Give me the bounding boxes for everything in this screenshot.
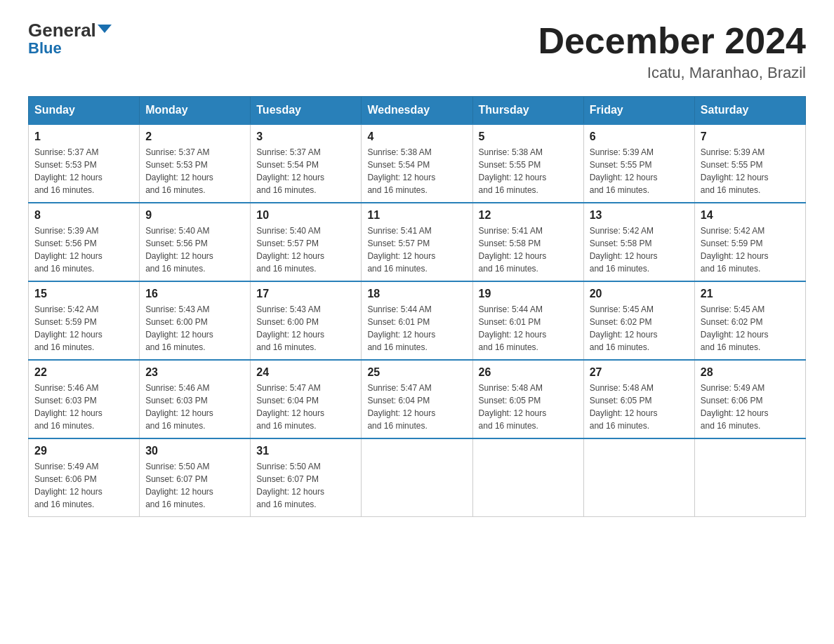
calendar-day-cell: 8Sunrise: 5:39 AM Sunset: 5:56 PM Daylig… bbox=[29, 203, 140, 281]
logo-arrow-icon bbox=[98, 25, 112, 33]
calendar-week-row: 22Sunrise: 5:46 AM Sunset: 6:03 PM Dayli… bbox=[29, 360, 806, 438]
day-number: 22 bbox=[34, 366, 133, 379]
logo-blue: Blue bbox=[28, 39, 62, 58]
location-subtitle: Icatu, Maranhao, Brazil bbox=[538, 64, 806, 82]
day-info: Sunrise: 5:37 AM Sunset: 5:53 PM Dayligh… bbox=[145, 146, 244, 196]
day-info: Sunrise: 5:39 AM Sunset: 5:55 PM Dayligh… bbox=[701, 146, 800, 196]
weekday-header-row: SundayMondayTuesdayWednesdayThursdayFrid… bbox=[29, 97, 806, 125]
day-info: Sunrise: 5:45 AM Sunset: 6:02 PM Dayligh… bbox=[590, 303, 689, 354]
title-area: December 2024 Icatu, Maranhao, Brazil bbox=[538, 21, 806, 82]
calendar-day-cell: 1Sunrise: 5:37 AM Sunset: 5:53 PM Daylig… bbox=[29, 124, 140, 203]
day-number: 13 bbox=[590, 209, 689, 222]
day-info: Sunrise: 5:49 AM Sunset: 6:06 PM Dayligh… bbox=[34, 460, 133, 511]
day-number: 5 bbox=[479, 130, 578, 143]
day-number: 30 bbox=[145, 445, 244, 457]
day-number: 15 bbox=[34, 288, 133, 300]
calendar-day-cell: 2Sunrise: 5:37 AM Sunset: 5:53 PM Daylig… bbox=[140, 124, 251, 203]
calendar-day-cell: 18Sunrise: 5:44 AM Sunset: 6:01 PM Dayli… bbox=[362, 281, 472, 360]
day-info: Sunrise: 5:46 AM Sunset: 6:03 PM Dayligh… bbox=[34, 382, 133, 432]
day-number: 20 bbox=[590, 288, 689, 300]
day-info: Sunrise: 5:45 AM Sunset: 6:02 PM Dayligh… bbox=[701, 303, 800, 354]
day-info: Sunrise: 5:42 AM Sunset: 5:59 PM Dayligh… bbox=[701, 224, 800, 275]
page-header: General Blue December 2024 Icatu, Maranh… bbox=[28, 21, 806, 82]
weekday-header-thursday: Thursday bbox=[472, 97, 583, 125]
calendar-day-cell: 21Sunrise: 5:45 AM Sunset: 6:02 PM Dayli… bbox=[694, 281, 805, 360]
day-info: Sunrise: 5:47 AM Sunset: 6:04 PM Dayligh… bbox=[367, 382, 466, 432]
day-number: 18 bbox=[367, 288, 466, 300]
day-number: 3 bbox=[256, 130, 355, 143]
calendar-day-cell: 7Sunrise: 5:39 AM Sunset: 5:55 PM Daylig… bbox=[694, 124, 805, 203]
day-info: Sunrise: 5:40 AM Sunset: 5:57 PM Dayligh… bbox=[256, 224, 355, 275]
calendar-day-cell: 3Sunrise: 5:37 AM Sunset: 5:54 PM Daylig… bbox=[251, 124, 362, 203]
calendar-day-cell: 14Sunrise: 5:42 AM Sunset: 5:59 PM Dayli… bbox=[694, 203, 805, 281]
day-info: Sunrise: 5:41 AM Sunset: 5:57 PM Dayligh… bbox=[367, 224, 466, 275]
day-number: 14 bbox=[701, 209, 800, 222]
day-number: 2 bbox=[145, 130, 244, 143]
calendar-day-cell: 11Sunrise: 5:41 AM Sunset: 5:57 PM Dayli… bbox=[362, 203, 472, 281]
calendar-day-cell: 24Sunrise: 5:47 AM Sunset: 6:04 PM Dayli… bbox=[251, 360, 362, 438]
day-info: Sunrise: 5:38 AM Sunset: 5:55 PM Dayligh… bbox=[479, 146, 578, 196]
day-number: 6 bbox=[590, 130, 689, 143]
calendar-day-cell: 20Sunrise: 5:45 AM Sunset: 6:02 PM Dayli… bbox=[583, 281, 694, 360]
day-number: 9 bbox=[145, 209, 244, 222]
calendar-day-cell: 9Sunrise: 5:40 AM Sunset: 5:56 PM Daylig… bbox=[140, 203, 251, 281]
calendar-day-cell: 12Sunrise: 5:41 AM Sunset: 5:58 PM Dayli… bbox=[472, 203, 583, 281]
calendar-day-cell: 16Sunrise: 5:43 AM Sunset: 6:00 PM Dayli… bbox=[140, 281, 251, 360]
day-number: 17 bbox=[256, 288, 355, 300]
day-number: 4 bbox=[367, 130, 466, 143]
day-number: 26 bbox=[479, 366, 578, 379]
day-number: 1 bbox=[34, 130, 133, 143]
day-number: 11 bbox=[367, 209, 466, 222]
day-number: 21 bbox=[701, 288, 800, 300]
day-info: Sunrise: 5:47 AM Sunset: 6:04 PM Dayligh… bbox=[256, 382, 355, 432]
day-number: 27 bbox=[590, 366, 689, 379]
day-info: Sunrise: 5:44 AM Sunset: 6:01 PM Dayligh… bbox=[367, 303, 466, 354]
day-info: Sunrise: 5:39 AM Sunset: 5:55 PM Dayligh… bbox=[590, 146, 689, 196]
calendar-day-cell: 26Sunrise: 5:48 AM Sunset: 6:05 PM Dayli… bbox=[472, 360, 583, 438]
day-info: Sunrise: 5:42 AM Sunset: 5:59 PM Dayligh… bbox=[34, 303, 133, 354]
calendar-week-row: 15Sunrise: 5:42 AM Sunset: 5:59 PM Dayli… bbox=[29, 281, 806, 360]
day-info: Sunrise: 5:50 AM Sunset: 6:07 PM Dayligh… bbox=[256, 460, 355, 511]
calendar-empty-cell bbox=[472, 438, 583, 517]
day-info: Sunrise: 5:42 AM Sunset: 5:58 PM Dayligh… bbox=[590, 224, 689, 275]
day-number: 12 bbox=[479, 209, 578, 222]
calendar-day-cell: 22Sunrise: 5:46 AM Sunset: 6:03 PM Dayli… bbox=[29, 360, 140, 438]
logo-general: General bbox=[28, 21, 112, 39]
day-number: 31 bbox=[256, 445, 355, 457]
calendar-day-cell: 10Sunrise: 5:40 AM Sunset: 5:57 PM Dayli… bbox=[251, 203, 362, 281]
calendar-empty-cell bbox=[362, 438, 472, 517]
day-number: 10 bbox=[256, 209, 355, 222]
calendar-day-cell: 6Sunrise: 5:39 AM Sunset: 5:55 PM Daylig… bbox=[583, 124, 694, 203]
month-title: December 2024 bbox=[538, 21, 806, 61]
day-info: Sunrise: 5:46 AM Sunset: 6:03 PM Dayligh… bbox=[145, 382, 244, 432]
day-number: 28 bbox=[701, 366, 800, 379]
day-info: Sunrise: 5:39 AM Sunset: 5:56 PM Dayligh… bbox=[34, 224, 133, 275]
calendar-day-cell: 13Sunrise: 5:42 AM Sunset: 5:58 PM Dayli… bbox=[583, 203, 694, 281]
day-number: 7 bbox=[701, 130, 800, 143]
calendar-day-cell: 4Sunrise: 5:38 AM Sunset: 5:54 PM Daylig… bbox=[362, 124, 472, 203]
day-info: Sunrise: 5:43 AM Sunset: 6:00 PM Dayligh… bbox=[256, 303, 355, 354]
calendar-day-cell: 30Sunrise: 5:50 AM Sunset: 6:07 PM Dayli… bbox=[140, 438, 251, 517]
day-info: Sunrise: 5:37 AM Sunset: 5:54 PM Dayligh… bbox=[256, 146, 355, 196]
day-number: 16 bbox=[145, 288, 244, 300]
calendar-day-cell: 15Sunrise: 5:42 AM Sunset: 5:59 PM Dayli… bbox=[29, 281, 140, 360]
day-info: Sunrise: 5:38 AM Sunset: 5:54 PM Dayligh… bbox=[367, 146, 466, 196]
day-info: Sunrise: 5:48 AM Sunset: 6:05 PM Dayligh… bbox=[590, 382, 689, 432]
weekday-header-tuesday: Tuesday bbox=[251, 97, 362, 125]
calendar-day-cell: 28Sunrise: 5:49 AM Sunset: 6:06 PM Dayli… bbox=[694, 360, 805, 438]
calendar-week-row: 29Sunrise: 5:49 AM Sunset: 6:06 PM Dayli… bbox=[29, 438, 806, 517]
calendar-day-cell: 23Sunrise: 5:46 AM Sunset: 6:03 PM Dayli… bbox=[140, 360, 251, 438]
calendar-empty-cell bbox=[694, 438, 805, 517]
calendar-day-cell: 31Sunrise: 5:50 AM Sunset: 6:07 PM Dayli… bbox=[251, 438, 362, 517]
day-number: 23 bbox=[145, 366, 244, 379]
day-number: 19 bbox=[479, 288, 578, 300]
calendar-week-row: 1Sunrise: 5:37 AM Sunset: 5:53 PM Daylig… bbox=[29, 124, 806, 203]
calendar-empty-cell bbox=[583, 438, 694, 517]
weekday-header-wednesday: Wednesday bbox=[362, 97, 472, 125]
weekday-header-saturday: Saturday bbox=[694, 97, 805, 125]
day-number: 29 bbox=[34, 445, 133, 457]
weekday-header-monday: Monday bbox=[140, 97, 251, 125]
day-info: Sunrise: 5:43 AM Sunset: 6:00 PM Dayligh… bbox=[145, 303, 244, 354]
calendar-day-cell: 29Sunrise: 5:49 AM Sunset: 6:06 PM Dayli… bbox=[29, 438, 140, 517]
day-info: Sunrise: 5:48 AM Sunset: 6:05 PM Dayligh… bbox=[479, 382, 578, 432]
